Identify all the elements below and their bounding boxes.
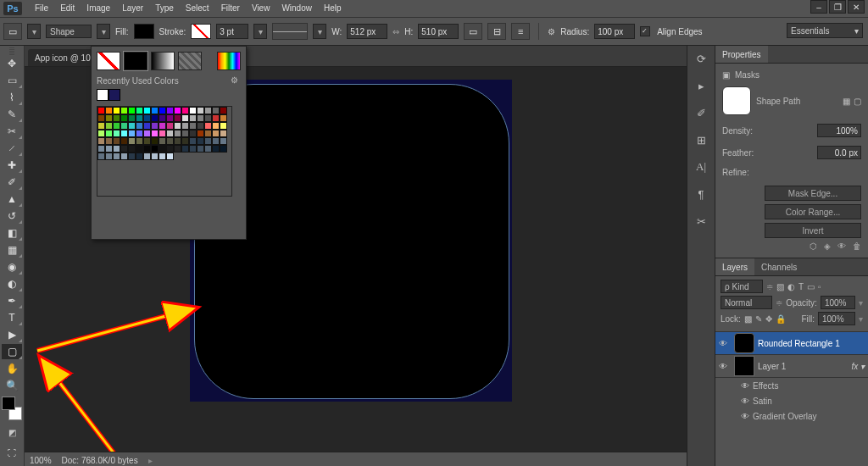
mask-mode-icon[interactable]: ▣ — [722, 70, 730, 80]
swatch[interactable] — [136, 145, 143, 153]
swatch[interactable] — [204, 114, 212, 122]
swatch[interactable] — [97, 130, 105, 137]
tool-preset-icon[interactable]: ▭ — [3, 23, 22, 40]
swatch[interactable] — [181, 114, 189, 122]
swatch[interactable] — [159, 130, 166, 137]
swatch[interactable] — [189, 107, 197, 114]
menu-help[interactable]: Help — [318, 0, 348, 17]
filter-adjust-icon[interactable]: ◐ — [787, 282, 795, 291]
swatch[interactable] — [151, 145, 159, 153]
tool-presets-panel-icon[interactable]: ✂ — [693, 214, 709, 229]
swatch[interactable] — [159, 137, 166, 145]
link-wh-icon[interactable]: ⇔ — [392, 27, 399, 36]
swatch[interactable] — [136, 107, 143, 114]
marquee-tool[interactable]: ▭ — [2, 73, 22, 88]
menu-file[interactable]: File — [29, 0, 54, 17]
swatch[interactable] — [105, 145, 113, 153]
actions-panel-icon[interactable]: ▸ — [693, 78, 709, 93]
swatch[interactable] — [212, 114, 220, 122]
swatch[interactable] — [197, 122, 204, 130]
swatch[interactable] — [113, 114, 120, 122]
swatch[interactable] — [166, 122, 174, 130]
close-button[interactable]: ✕ — [848, 0, 865, 14]
mask-edge-button[interactable]: Mask Edge... — [765, 186, 861, 201]
swatch[interactable] — [181, 130, 189, 137]
swatch[interactable] — [151, 122, 159, 130]
swatch[interactable] — [120, 153, 128, 160]
lock-all-icon[interactable]: 🔒 — [776, 314, 786, 324]
swatch[interactable] — [189, 145, 197, 153]
layer-thumbnail[interactable] — [734, 356, 754, 376]
swatch[interactable] — [97, 114, 105, 122]
swatch[interactable] — [181, 145, 189, 153]
tool-preset-drop[interactable]: ▾ — [27, 24, 41, 39]
swatch[interactable] — [128, 107, 136, 114]
visibility-icon[interactable]: 👁 — [719, 362, 731, 371]
layer-1[interactable]: 👁 Layer 1 fx ▾ — [715, 355, 868, 378]
swatch[interactable] — [174, 145, 181, 153]
filter-type-icon[interactable]: T — [798, 282, 804, 291]
swatch[interactable] — [113, 130, 120, 137]
stroke-swatch[interactable] — [191, 24, 211, 39]
stroke-width-input[interactable]: 3 pt — [216, 24, 248, 39]
swatch[interactable] — [181, 137, 189, 145]
swatch[interactable] — [189, 122, 197, 130]
dodge-tool[interactable]: ◐ — [2, 276, 22, 291]
layer-name[interactable]: Layer 1 — [758, 362, 786, 371]
swatch[interactable] — [113, 122, 120, 130]
lock-pixels-icon[interactable]: ✎ — [755, 314, 762, 324]
gradient-tool[interactable]: ▦ — [2, 242, 22, 258]
layer-name[interactable]: Rounded Rectangle 1 — [758, 339, 840, 348]
swatch[interactable] — [197, 137, 204, 145]
effect-gradient-overlay[interactable]: 👁Gradient Overlay — [715, 408, 868, 424]
swatch[interactable] — [174, 137, 181, 145]
workspace-select[interactable]: Essentials▾ — [787, 23, 863, 38]
load-selection-icon[interactable]: ⬡ — [810, 241, 817, 251]
screen-mode-icon[interactable]: ⛶ — [2, 446, 22, 459]
solid-color-tile[interactable] — [124, 52, 147, 70]
swatch[interactable] — [212, 107, 220, 114]
swatch[interactable] — [113, 153, 120, 160]
swatch[interactable] — [136, 114, 143, 122]
swatch[interactable] — [151, 107, 159, 114]
crop-tool[interactable]: ✂ — [2, 124, 22, 139]
eraser-tool[interactable]: ◧ — [2, 225, 22, 241]
history-panel-icon[interactable]: ⟳ — [693, 51, 709, 66]
layer-rounded-rect[interactable]: 👁 Rounded Rectangle 1 — [715, 332, 868, 355]
swatch[interactable] — [97, 153, 105, 160]
stamp-tool[interactable]: ▲ — [2, 191, 22, 207]
brush-panel-icon[interactable]: ✐ — [693, 105, 709, 120]
delete-mask-icon[interactable]: 🗑 — [853, 241, 861, 251]
healing-tool[interactable]: ✚ — [2, 158, 22, 173]
stroke-type-drop[interactable]: ▾ — [313, 24, 326, 39]
swatch[interactable] — [105, 114, 113, 122]
swatch[interactable] — [143, 137, 151, 145]
character-panel-icon[interactable]: ¶ — [693, 186, 709, 202]
effect-satin[interactable]: 👁Satin — [715, 393, 868, 408]
invert-button[interactable]: Invert — [765, 223, 861, 238]
pen-tool[interactable]: ✒ — [2, 293, 22, 308]
apply-mask-icon[interactable]: ◈ — [824, 241, 831, 251]
menu-layer[interactable]: Layer — [116, 0, 149, 17]
maximize-button[interactable]: ❐ — [829, 0, 846, 14]
path-arrange-icon[interactable]: ≡ — [511, 23, 530, 40]
swatch[interactable] — [143, 122, 151, 130]
swatch[interactable] — [120, 130, 128, 137]
shape-mode-select[interactable]: Shape — [46, 25, 92, 38]
swatch[interactable] — [166, 107, 174, 114]
settings-gear-icon[interactable]: ⚙ — [548, 27, 555, 36]
menu-window[interactable]: Window — [275, 0, 318, 17]
swatch[interactable] — [197, 145, 204, 153]
swatch[interactable] — [136, 137, 143, 145]
path-align-icon[interactable]: ⊟ — [487, 23, 506, 40]
filter-shape-icon[interactable]: ▭ — [807, 282, 815, 291]
menu-edit[interactable]: Edit — [54, 0, 81, 17]
swatch[interactable] — [166, 114, 174, 122]
stroke-width-drop[interactable]: ▾ — [253, 24, 267, 39]
align-edges-checkbox[interactable] — [640, 26, 650, 36]
quick-mask-icon[interactable]: ◩ — [2, 425, 22, 439]
swatches-grid[interactable] — [97, 106, 232, 197]
swatch[interactable] — [143, 130, 151, 137]
menu-view[interactable]: View — [246, 0, 276, 17]
swatch[interactable] — [136, 130, 143, 137]
